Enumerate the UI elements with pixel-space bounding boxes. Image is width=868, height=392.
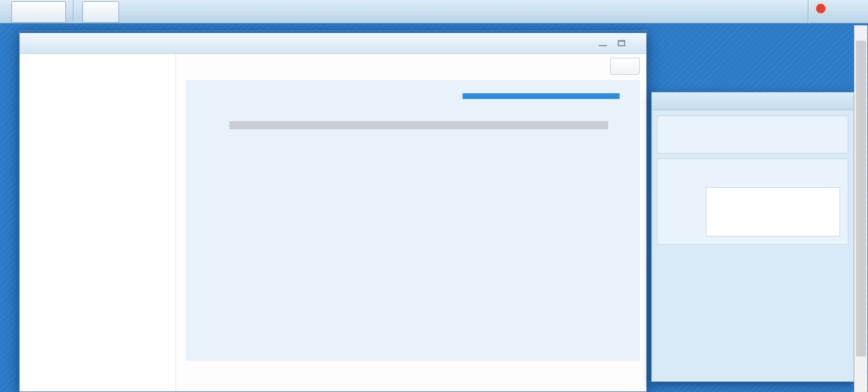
lan-dropdown[interactable] [667,173,716,182]
volume-usage-fill [463,93,620,99]
volume-usage [463,88,620,99]
volume-panel [186,80,640,361]
widget-panel-header [652,93,853,110]
taskbar [0,0,868,23]
volume-header [196,88,630,102]
volume-usage-bar [463,93,620,99]
scrollbar-up-button[interactable] [855,27,867,39]
minimize-button[interactable] [599,41,607,46]
network-chart [658,183,848,244]
main-menu-button[interactable] [11,1,66,23]
window-titlebar[interactable] [20,31,646,54]
notification-badge [815,3,826,14]
window-controls [588,40,646,46]
network-chart-ylabels [658,187,706,237]
sidebar-nav [20,54,176,391]
storage-manager-window [19,30,647,392]
desktop-scrollbar[interactable] [854,25,867,392]
desktop: { "taskbar": { "left_buttons": [ {"id": … [0,0,868,392]
system-health-widget [657,115,848,154]
taskbar-separator [808,0,808,23]
storage-manager-taskbar-button[interactable] [82,1,119,23]
resource-monitor-widget [657,159,848,245]
sort-button[interactable] [610,58,640,75]
scrollbar-thumb[interactable] [856,41,866,356]
system-info-rows [658,142,848,153]
toolbar [176,54,646,78]
lan-traffic-row [658,169,848,183]
capacity-stack-bar [229,121,608,129]
network-chart-plot [706,187,840,237]
taskbar-tray [808,0,868,23]
main-content [176,54,646,391]
maximize-button[interactable] [618,40,625,46]
taskbar-separator [73,0,73,23]
widget-panel [651,92,854,382]
scrollbar-down-button[interactable] [855,378,867,391]
